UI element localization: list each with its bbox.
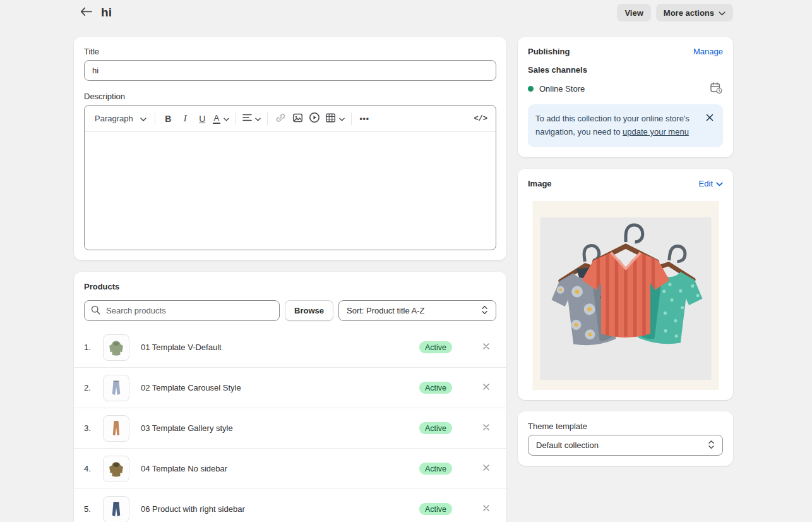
publishing-card: Publishing Manage Sales channels Online … (518, 37, 733, 157)
status-badge: Active (419, 463, 452, 475)
play-circle-icon (309, 112, 320, 125)
alignment-button[interactable] (241, 110, 263, 128)
title-description-card: Title Description Paragraph B I (74, 37, 506, 260)
browse-button[interactable]: Browse (285, 300, 333, 321)
chevron-down-icon (339, 114, 345, 123)
edit-image-dropdown[interactable]: Edit (699, 179, 723, 188)
dismiss-banner-button[interactable] (704, 112, 715, 124)
hoodie-icon (106, 337, 126, 358)
bold-button[interactable]: B (160, 110, 177, 128)
remove-product-button[interactable] (480, 461, 493, 476)
title-label: Title (84, 47, 496, 56)
updown-chevrons-icon (708, 440, 715, 451)
title-input[interactable] (84, 60, 496, 81)
product-row: 1. 01 Template V-Default Active (74, 327, 506, 367)
product-thumbnail (103, 456, 129, 482)
status-badge: Active (419, 382, 452, 394)
product-list: 1. 01 Template V-Default Active 2. (74, 327, 506, 522)
product-thumbnail (103, 334, 129, 361)
calendar-clock-icon (710, 82, 723, 96)
insert-video-button[interactable] (306, 110, 323, 128)
paragraph-style-dropdown[interactable]: Paragraph (91, 110, 150, 128)
remove-product-button[interactable] (480, 340, 493, 355)
editor-toolbar: Paragraph B I U A (85, 106, 496, 132)
remove-product-button[interactable] (480, 502, 493, 516)
insert-link-button[interactable] (272, 110, 289, 128)
product-row: 4. 04 Template No sidebar Active (74, 448, 506, 489)
pants-icon (106, 418, 126, 439)
chevron-down-icon (719, 8, 725, 18)
description-label: Description (84, 92, 496, 101)
theme-template-label: Theme template (528, 422, 723, 431)
updown-chevrons-icon (481, 305, 488, 317)
collection-image[interactable] (528, 201, 723, 390)
image-heading: Image (528, 179, 552, 188)
update-your-menu-link[interactable]: update your menu (623, 127, 689, 137)
product-thumbnail (103, 496, 129, 522)
description-textarea[interactable] (85, 132, 496, 250)
chevron-down-icon (140, 114, 146, 123)
view-button[interactable]: View (617, 4, 650, 21)
pants-icon (106, 378, 126, 398)
more-actions-button[interactable]: More actions (656, 4, 733, 21)
text-color-button[interactable]: A (211, 110, 231, 128)
status-badge: Active (419, 503, 452, 515)
insert-table-button[interactable] (323, 110, 347, 128)
search-icon (91, 305, 100, 317)
online-store-status-dot (528, 86, 534, 92)
publishing-heading: Publishing (528, 47, 570, 56)
product-name: 02 Template Carousel Style (141, 383, 419, 392)
search-products-input[interactable] (105, 305, 273, 316)
page-title: hi (101, 6, 112, 20)
underline-button[interactable]: U (194, 110, 211, 128)
chevron-down-icon (716, 179, 723, 188)
table-icon (325, 112, 336, 125)
product-name: 04 Template No sidebar (141, 464, 419, 473)
remove-product-button[interactable] (480, 421, 493, 435)
status-badge: Active (419, 341, 452, 353)
sort-select[interactable]: Sort: Product title A-Z (338, 300, 496, 321)
chevron-down-icon (255, 114, 261, 123)
toolbar-divider (236, 112, 236, 125)
theme-template-card: Theme template Default collection (518, 411, 733, 466)
sales-channels-heading: Sales channels (528, 65, 723, 75)
close-icon (482, 383, 490, 392)
page-header: hi View More actions (74, 0, 733, 24)
chevron-down-icon (224, 114, 229, 123)
insert-image-button[interactable] (289, 110, 306, 128)
link-icon (275, 112, 286, 125)
close-icon (705, 113, 714, 124)
more-formatting-button[interactable]: ••• (356, 110, 373, 128)
status-badge: Active (419, 422, 452, 434)
description-editor: Paragraph B I U A (84, 105, 496, 250)
close-icon (482, 343, 490, 352)
product-row: 3. 03 Template Gallery style Active (74, 408, 506, 448)
toolbar-divider (351, 112, 352, 125)
row-number: 3. (84, 423, 95, 433)
product-name: 01 Template V-Default (141, 343, 419, 352)
product-thumbnail (103, 375, 129, 401)
product-name: 06 Product with right sidebar (141, 504, 419, 514)
hoodie-icon (106, 459, 126, 479)
back-button[interactable] (78, 6, 95, 20)
image-icon (292, 112, 303, 125)
shirts-illustration (532, 201, 719, 390)
manage-link[interactable]: Manage (693, 47, 723, 56)
row-number: 1. (84, 343, 95, 352)
show-html-button[interactable]: </> (472, 110, 489, 128)
italic-button[interactable]: I (177, 110, 194, 128)
product-search-box (84, 300, 280, 321)
toolbar-divider (267, 112, 268, 125)
remove-product-button[interactable] (480, 380, 493, 395)
theme-template-select[interactable]: Default collection (528, 435, 723, 456)
product-name: 03 Template Gallery style (141, 423, 419, 433)
products-heading: Products (84, 282, 496, 291)
pants-icon (106, 499, 126, 519)
toolbar-divider (155, 112, 155, 125)
close-icon (482, 504, 490, 514)
schedule-availability-button[interactable] (710, 82, 723, 96)
arrow-left-icon (80, 7, 92, 18)
row-number: 4. (84, 464, 95, 473)
channel-row: Online Store (528, 82, 723, 96)
row-number: 5. (84, 504, 95, 514)
